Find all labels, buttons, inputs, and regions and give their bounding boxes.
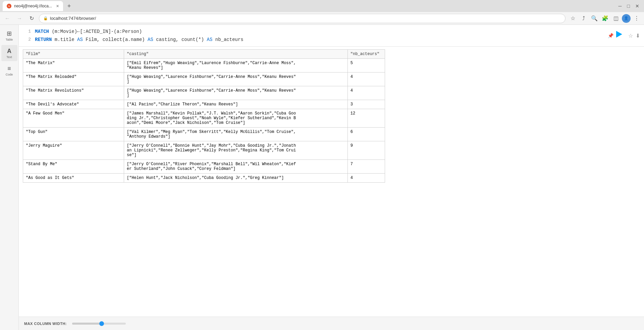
table-cell-nb-acteurs: 4 — [347, 73, 385, 86]
sidebar-item-table[interactable]: ⊞ Table — [1, 28, 17, 44]
nav-bar: ← → ↻ 🔒 localhost:7474/browser/ ☆ ⤴ 🔍 🧩 … — [0, 12, 644, 25]
table-cell-casting: ["Hugo Weaving","Laurence Fishburne","Ca… — [124, 86, 348, 100]
table-row: "Jerry Maguire"["Jerry O'Connell","Bonni… — [23, 141, 385, 160]
table-icon: ⊞ — [7, 30, 12, 37]
table-row: "The Matrix Revolutions"["Hugo Weaving",… — [23, 86, 385, 100]
sidebar: ⊞ Table A Text ≡ Code — [0, 25, 19, 330]
table-cell-nb-acteurs: 4 — [347, 174, 385, 183]
query-casting-label: casting, count(*) — [153, 37, 207, 42]
table-row: "A Few Good Men"["James Marshall","Kevin… — [23, 109, 385, 128]
sidebar-item-code[interactable]: ≡ Code — [1, 62, 17, 79]
pin-icon[interactable]: 📌 — [608, 33, 613, 38]
table-row: "Stand By Me"["Jerry O'Connell","River P… — [23, 160, 385, 174]
table-cell-nb-acteurs: 5 — [347, 59, 385, 73]
table-cell-casting: ["Jerry O'Connell","River Phoenix","Mars… — [124, 160, 348, 174]
tab-controls: ─ □ ✕ — [616, 3, 641, 9]
address-bar[interactable]: 🔒 localhost:7474/browser/ — [39, 14, 566, 23]
table-row: "The Matrix Reloaded"["Hugo Weaving","La… — [23, 73, 385, 86]
forward-button[interactable]: → — [15, 14, 24, 23]
minimize-button[interactable]: ─ — [616, 3, 624, 9]
table-row: "The Devil's Advocate"["Al Pacino","Char… — [23, 100, 385, 109]
table-cell-casting: ["Jerry O'Connell","Bonnie Hunt","Jay Mo… — [124, 141, 348, 160]
slider-container[interactable] — [72, 323, 126, 325]
query-line2-code[interactable]: RETURN m.title AS Film, collect(a.name) … — [35, 36, 244, 44]
zoom-icon[interactable]: 🔍 — [590, 14, 599, 23]
table-cell-nb-acteurs: 7 — [347, 160, 385, 174]
table-cell-film: "As Good as It Gets" — [23, 174, 124, 183]
reload-button[interactable]: ↻ — [27, 14, 36, 23]
sidebar-item-text[interactable]: A Text — [1, 45, 17, 61]
line-number-2: 2 — [23, 36, 31, 44]
table-cell-film: "A Few Good Men" — [23, 109, 124, 128]
table-cell-film: "Jerry Maguire" — [23, 141, 124, 160]
code-icon: ≡ — [7, 65, 11, 72]
sidebar-text-label: Text — [6, 55, 12, 59]
table-row: "Top Gun"["Val Kilmer","Meg Ryan","Tom S… — [23, 128, 385, 141]
table-cell-nb-acteurs: 9 — [347, 141, 385, 160]
query-line-1: 1 MATCH (m:Movie)←[:ACTED_IN]-(a:Person) — [19, 28, 644, 36]
address-lock-icon: 🔒 — [43, 16, 48, 20]
data-table: "Film" "casting" "nb_acteurs" "The Matri… — [23, 49, 385, 183]
table-cell-film: "Top Gun" — [23, 128, 124, 141]
table-cell-nb-acteurs: 3 — [347, 100, 385, 109]
max-column-width-label: MAX COLUMN WIDTH: — [24, 322, 67, 326]
table-cell-nb-acteurs: 6 — [347, 128, 385, 141]
query-line1-code[interactable]: MATCH (m:Movie)←[:ACTED_IN]-(a:Person) — [35, 28, 142, 36]
slider-track[interactable] — [72, 323, 126, 325]
table-row: "As Good as It Gets"["Helen Hunt","Jack … — [23, 174, 385, 183]
address-url: localhost:7474/browser/ — [50, 16, 96, 21]
bottom-bar: MAX COLUMN WIDTH: — [19, 317, 644, 330]
query-line1-body: (m:Movie)←[:ACTED_IN]-(a:Person) — [49, 29, 142, 34]
profile-avatar[interactable]: 👤 — [622, 14, 631, 23]
slider-fill — [72, 323, 102, 325]
table-cell-casting: ["Val Kilmer","Meg Ryan","Tom Skerritt",… — [124, 128, 348, 141]
query-film-label: Film, collect(a.name) — [83, 37, 148, 42]
share-icon[interactable]: ⤴ — [579, 14, 588, 23]
maximize-button[interactable]: □ — [625, 3, 632, 9]
match-keyword: MATCH — [35, 29, 49, 34]
table-cell-film: "The Matrix" — [23, 59, 124, 73]
column-header-nb-acteurs: "nb_acteurs" — [347, 50, 385, 59]
sidebar-table-label: Table — [6, 38, 13, 41]
favorite-star-icon[interactable]: ☆ — [628, 33, 633, 39]
table-cell-casting: ["James Marshall","Kevin Pollak","J.T. W… — [124, 109, 348, 128]
column-header-film: "Film" — [23, 50, 124, 59]
tab-title: neo4j@neo4j://loca... — [14, 4, 52, 8]
table-cell-nb-acteurs: 12 — [347, 109, 385, 128]
active-tab[interactable]: N neo4j@neo4j://loca... ✕ — [3, 1, 63, 11]
tab-close-button[interactable]: ✕ — [56, 4, 59, 8]
table-row: "The Matrix"["Emil Eifrem","Hugo Weaving… — [23, 59, 385, 73]
results-panel[interactable]: "Film" "casting" "nb_acteurs" "The Matri… — [19, 47, 644, 330]
puzzle-icon[interactable]: 🧩 — [600, 14, 610, 23]
table-cell-casting: ["Al Pacino","Charlize Theron","Keanu Re… — [124, 100, 348, 109]
table-cell-casting: ["Hugo Weaving","Laurence Fishburne","Ca… — [124, 73, 348, 86]
close-window-button[interactable]: ✕ — [633, 3, 641, 9]
table-cell-nb-acteurs: 4 — [347, 86, 385, 100]
sidebar-code-label: Code — [6, 73, 13, 76]
download-icon[interactable]: ⬇ — [636, 33, 640, 39]
run-triangle-icon — [616, 31, 622, 38]
table-cell-film: "Stand By Me" — [23, 160, 124, 174]
tab-bar: N neo4j@neo4j://loca... ✕ + ─ □ ✕ — [0, 0, 644, 12]
as3-keyword: AS — [207, 37, 213, 42]
browser-chrome: N neo4j@neo4j://loca... ✕ + ─ □ ✕ ← → ↻ … — [0, 0, 644, 25]
new-tab-button[interactable]: + — [64, 1, 74, 11]
nav-actions: ☆ ⤴ 🔍 🧩 ◫ 👤 ⋮ — [568, 14, 641, 23]
results-table-container: "Film" "casting" "nb_acteurs" "The Matri… — [19, 47, 644, 185]
back-button[interactable]: ← — [3, 14, 12, 23]
table-cell-casting: ["Helen Hunt","Jack Nicholson","Cuba Goo… — [124, 174, 348, 183]
query-line2-body: m.title — [52, 37, 77, 42]
slider-thumb[interactable] — [99, 321, 104, 326]
text-icon: A — [7, 48, 11, 55]
run-button[interactable] — [616, 31, 626, 40]
editor-toolbar: 📌 ☆ ⬇ — [608, 31, 640, 40]
line-number-1: 1 — [23, 28, 31, 36]
table-header-row: "Film" "casting" "nb_acteurs" — [23, 50, 385, 59]
as1-keyword: AS — [77, 37, 83, 42]
menu-icon[interactable]: ⋮ — [632, 14, 641, 23]
sidebar-toggle-icon[interactable]: ◫ — [611, 14, 621, 23]
bookmark-star-icon[interactable]: ☆ — [568, 14, 578, 23]
query-line-2: 2 RETURN m.title AS Film, collect(a.name… — [19, 36, 644, 44]
table-cell-film: "The Matrix Reloaded" — [23, 73, 124, 86]
app-container: ⊞ Table A Text ≡ Code 1 MATCH (m:Movie)←… — [0, 25, 644, 330]
